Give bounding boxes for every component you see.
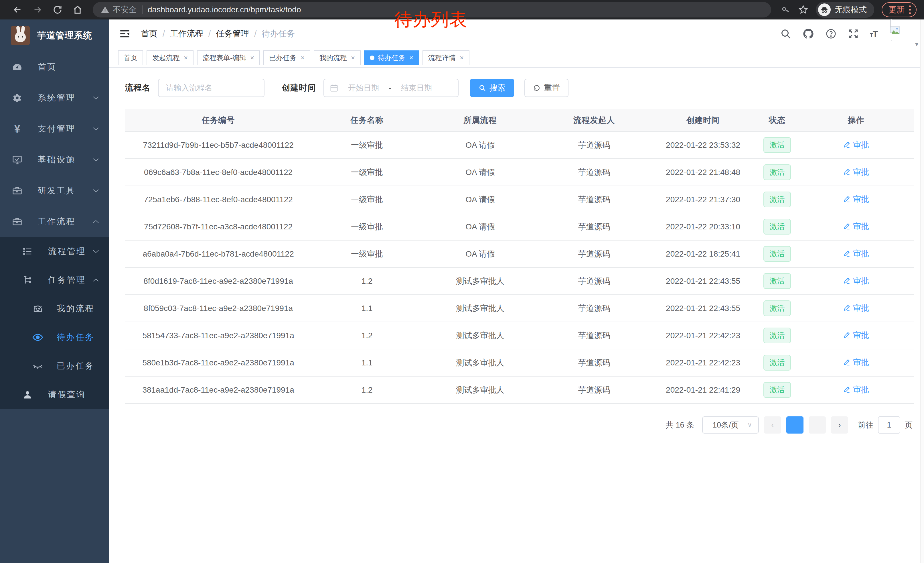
- warning-triangle-icon: [101, 6, 110, 14]
- col-created: 创建时间: [650, 109, 756, 131]
- github-icon[interactable]: [802, 28, 814, 40]
- approve-link-label: 审批: [853, 221, 869, 232]
- tab[interactable]: 发起流程 ×: [147, 50, 194, 65]
- date-range-picker[interactable]: -: [324, 79, 459, 97]
- todo-task-table: 任务编号 任务名称 所属流程 流程发起人 创建时间 状态 操作 73211d9d…: [125, 109, 914, 404]
- approve-link[interactable]: 审批: [843, 140, 869, 150]
- end-date-input[interactable]: [394, 84, 440, 93]
- approve-link[interactable]: 审批: [843, 167, 869, 177]
- incognito-badge: 无痕模式: [816, 2, 874, 18]
- tab-close-icon[interactable]: ×: [300, 54, 304, 62]
- sidebar-item-workflow[interactable]: 工作流程: [0, 206, 109, 237]
- cell-process: OA 请假: [422, 131, 538, 159]
- sidebar-item-payment[interactable]: ¥ 支付管理: [0, 113, 109, 144]
- address-bar[interactable]: 不安全 dashboard.yudao.iocoder.cn/bpm/task/…: [93, 2, 771, 18]
- cell-created: 2022-01-22 21:48:48: [650, 159, 756, 186]
- status-badge: 激活: [764, 246, 791, 262]
- prev-page-button[interactable]: ‹: [764, 416, 781, 434]
- sidebar-item-done-task[interactable]: 已办任务: [0, 352, 109, 380]
- tab[interactable]: 流程表单-编辑 ×: [197, 50, 260, 65]
- breadcrumb-task-mgmt[interactable]: 任务管理: [216, 28, 249, 39]
- edit-pencil-icon: [843, 168, 851, 176]
- edit-pencil-icon: [843, 331, 851, 339]
- tab-close-icon[interactable]: ×: [351, 54, 355, 62]
- bookmark-star-icon[interactable]: [798, 5, 808, 15]
- browser-reload-button[interactable]: [48, 2, 68, 18]
- table-row: 8f059c03-7ac8-11ec-a9e2-a2380e71991a 1.1…: [125, 295, 914, 322]
- reset-button[interactable]: 重置: [524, 79, 568, 97]
- url-text: dashboard.yudao.iocoder.cn/bpm/task/todo: [148, 5, 301, 14]
- broken-image-icon: [890, 19, 914, 41]
- cell-process: OA 请假: [422, 213, 538, 240]
- sidebar-item-process-mgmt[interactable]: 流程管理: [0, 237, 109, 266]
- help-icon[interactable]: [825, 28, 837, 39]
- sidebar-collapse-button[interactable]: [118, 27, 132, 41]
- search-icon[interactable]: [780, 28, 792, 39]
- browser-update-button[interactable]: 更新: [882, 2, 916, 17]
- browser-back-button[interactable]: [8, 2, 27, 18]
- app-logo-row: 芋道管理系统: [0, 20, 109, 51]
- page-number-button[interactable]: [808, 416, 826, 434]
- approve-link[interactable]: 审批: [843, 221, 869, 232]
- approve-link[interactable]: 审批: [843, 194, 869, 205]
- tab-close-icon[interactable]: ×: [250, 54, 254, 62]
- tab-close-icon[interactable]: ×: [460, 54, 464, 62]
- approve-link[interactable]: 审批: [843, 248, 869, 259]
- sidebar-item-todo-task[interactable]: 待办任务: [0, 323, 109, 352]
- browser-menu-icon[interactable]: [909, 6, 911, 14]
- tab[interactable]: 我的流程 ×: [314, 50, 361, 65]
- password-key-icon[interactable]: [781, 5, 790, 15]
- security-warning[interactable]: 不安全: [101, 4, 137, 15]
- process-name-input[interactable]: [158, 79, 264, 97]
- tab[interactable]: 待办任务 ×: [364, 50, 419, 65]
- goto-page-input[interactable]: [878, 416, 900, 434]
- chevron-up-icon: [93, 220, 99, 224]
- browser-home-button[interactable]: [68, 2, 88, 18]
- approve-link[interactable]: 审批: [843, 275, 869, 286]
- toolbox-icon: [12, 216, 23, 227]
- tab-close-icon[interactable]: ×: [410, 54, 413, 62]
- tab-close-icon[interactable]: ×: [184, 54, 188, 62]
- tab-label: 首页: [124, 53, 137, 62]
- approve-link[interactable]: 审批: [843, 330, 869, 341]
- sidebar-item-task-mgmt[interactable]: 任务管理: [0, 266, 109, 294]
- cell-created: 2022-01-21 22:43:55: [650, 267, 756, 295]
- breadcrumb-home[interactable]: 首页: [141, 28, 158, 39]
- home-icon: [72, 5, 83, 15]
- tab[interactable]: 首页: [118, 50, 143, 65]
- page-number-button[interactable]: [786, 416, 804, 434]
- cell-process: OA 请假: [422, 240, 538, 267]
- status-badge: 激活: [764, 355, 791, 371]
- col-starter: 流程发起人: [538, 109, 650, 131]
- reset-button-label: 重置: [544, 83, 560, 93]
- page-scrollbar[interactable]: [920, 20, 924, 563]
- sidebar-item-label: 流程管理: [48, 246, 93, 257]
- next-page-button[interactable]: ›: [831, 416, 848, 434]
- page-size-select[interactable]: 10条/页 ∨: [702, 416, 759, 434]
- breadcrumb-workflow[interactable]: 工作流程: [170, 28, 203, 39]
- font-size-icon[interactable]: тT: [870, 29, 878, 39]
- status-badge: 激活: [764, 219, 791, 234]
- search-button[interactable]: 搜索: [470, 79, 514, 97]
- sidebar-item-infra[interactable]: 基础设施: [0, 144, 109, 175]
- fullscreen-icon[interactable]: [848, 28, 859, 39]
- user-avatar[interactable]: ▾: [890, 21, 914, 47]
- sidebar-item-home[interactable]: 首页: [0, 51, 109, 83]
- start-date-input[interactable]: [340, 84, 386, 93]
- table-row: 580e1b3d-7ac8-11ec-a9e2-a2380e71991a 1.1…: [125, 349, 914, 376]
- approve-link[interactable]: 审批: [843, 357, 869, 368]
- approve-link-label: 审批: [853, 303, 869, 314]
- sidebar-item-devtools[interactable]: 研发工具: [0, 175, 109, 206]
- col-task-name: 任务名称: [312, 109, 422, 131]
- refresh-icon: [533, 84, 540, 92]
- cell-process: 测试多审批人: [422, 349, 538, 376]
- sidebar-item-system[interactable]: 系统管理: [0, 83, 109, 113]
- tab[interactable]: 流程详情 ×: [423, 50, 470, 65]
- approve-link[interactable]: 审批: [843, 384, 869, 395]
- tab[interactable]: 已办任务 ×: [263, 50, 310, 65]
- sidebar-item-leave-query[interactable]: 请假查询: [0, 380, 109, 409]
- browser-forward-button[interactable]: [27, 2, 48, 18]
- sidebar-item-my-process[interactable]: 我的流程: [0, 294, 109, 323]
- approve-link[interactable]: 审批: [843, 303, 869, 314]
- cell-starter: 芋道源码: [538, 322, 650, 349]
